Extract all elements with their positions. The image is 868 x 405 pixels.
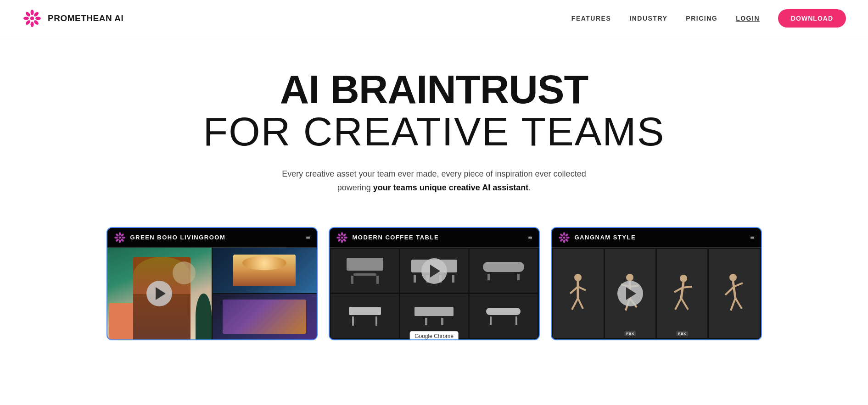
- card-boho-livingroom: GREEN BOHO LIVINGROOM ≡: [106, 227, 318, 340]
- card-2-body: Google Chrome: [330, 248, 539, 339]
- card-coffee-table: MODERN COFFEE TABLE ≡: [329, 227, 540, 340]
- figure-4: [722, 273, 747, 314]
- svg-point-33: [565, 233, 568, 237]
- svg-line-55: [733, 281, 735, 298]
- card-1-body: [107, 248, 317, 339]
- svg-line-51: [683, 287, 692, 288]
- card-1-main-image: [107, 248, 212, 339]
- svg-point-2: [23, 17, 29, 20]
- card-1-header: GREEN BOHO LIVINGROOM ≡: [107, 228, 317, 248]
- table-4: [349, 307, 381, 326]
- card-1-menu-icon[interactable]: ≡: [306, 233, 310, 242]
- svg-point-34: [560, 238, 563, 242]
- chrome-tooltip: Google Chrome: [409, 331, 459, 340]
- svg-point-10: [118, 239, 120, 243]
- nav-login[interactable]: LOGIN: [736, 15, 760, 22]
- grid-item-3: [470, 249, 538, 293]
- svg-point-15: [120, 233, 124, 237]
- svg-point-3: [35, 17, 41, 20]
- frame-2: FBX: [605, 249, 655, 338]
- hero-subtitle: Every creative asset your team ever made…: [18, 167, 850, 195]
- svg-line-57: [734, 283, 743, 287]
- card-3-play-button[interactable]: [617, 281, 643, 306]
- table-3: [483, 262, 524, 280]
- svg-point-36: [574, 274, 582, 281]
- card-1-top-right: [213, 248, 317, 293]
- fbx-badge-1: FBX: [624, 331, 636, 336]
- nav-features[interactable]: FEATURES: [571, 15, 611, 22]
- svg-point-12: [122, 237, 125, 239]
- svg-point-0: [31, 10, 34, 15]
- logo-link[interactable]: PROMETHEAN AI: [22, 8, 123, 28]
- hero-subtitle-end: .: [528, 183, 531, 192]
- frame-3: FBX: [657, 249, 707, 338]
- nav-industry[interactable]: INDUSTRY: [629, 15, 667, 22]
- svg-line-59: [735, 298, 742, 309]
- svg-point-27: [563, 232, 565, 236]
- svg-point-21: [344, 237, 347, 239]
- svg-point-14: [120, 238, 124, 242]
- table-1: [347, 258, 383, 284]
- svg-point-17: [118, 236, 121, 239]
- card-1-logo-icon: [114, 232, 126, 244]
- nav-pricing[interactable]: PRICING: [686, 15, 717, 22]
- card-3-header-left: GANGNAM STYLE: [558, 232, 636, 244]
- hero-subtitle-prefix: powering: [337, 183, 373, 192]
- svg-point-32: [565, 238, 568, 242]
- svg-point-18: [341, 232, 342, 236]
- cards-section: GREEN BOHO LIVINGROOM ≡: [0, 209, 868, 340]
- svg-line-41: [578, 298, 583, 309]
- card-2-header: MODERN COFFEE TABLE ≡: [330, 228, 539, 248]
- svg-point-5: [33, 19, 39, 25]
- svg-point-7: [25, 19, 31, 25]
- table-6: [486, 308, 521, 325]
- grid-item-1: [331, 249, 399, 293]
- card-3-body: FBX FBX: [552, 248, 761, 339]
- svg-point-23: [342, 238, 346, 242]
- svg-point-28: [563, 239, 565, 243]
- svg-point-24: [342, 233, 346, 237]
- svg-point-16: [115, 238, 119, 242]
- card-1-play-button[interactable]: [146, 281, 172, 306]
- navbar: PROMETHEAN AI FEATURES INDUSTRY PRICING …: [0, 0, 868, 37]
- card-1-title: GREEN BOHO LIVINGROOM: [130, 234, 226, 241]
- card-3-menu-icon[interactable]: ≡: [750, 233, 754, 242]
- card-1-header-left: GREEN BOHO LIVINGROOM: [114, 232, 226, 244]
- svg-point-13: [115, 233, 119, 237]
- card-gangnam-style: GANGNAM STYLE ≡: [551, 227, 762, 340]
- figure-1: [566, 273, 591, 314]
- svg-point-22: [337, 233, 341, 237]
- svg-line-49: [681, 282, 683, 298]
- card-2-play-button[interactable]: [421, 258, 447, 284]
- card-3-title: GANGNAM STYLE: [575, 234, 636, 241]
- card-3-header: GANGNAM STYLE ≡: [552, 228, 761, 248]
- nav-links: FEATURES INDUSTRY PRICING LOGIN DOWNLOAD: [571, 9, 846, 28]
- svg-point-29: [559, 237, 562, 239]
- boho-plant: [196, 294, 211, 339]
- svg-point-6: [33, 11, 39, 17]
- card-2-menu-icon[interactable]: ≡: [528, 233, 532, 242]
- table-5: [414, 307, 454, 325]
- svg-point-25: [337, 238, 341, 242]
- frame-1: [553, 249, 604, 338]
- logo-text: PROMETHEAN AI: [48, 13, 123, 23]
- svg-point-8: [30, 17, 34, 20]
- svg-point-48: [680, 275, 687, 282]
- frame-4: [709, 249, 759, 338]
- svg-point-42: [626, 274, 633, 281]
- svg-line-56: [725, 287, 734, 295]
- hero-title-bold: AI BRAINTRUST: [18, 69, 850, 110]
- download-button[interactable]: DOWNLOAD: [778, 9, 846, 28]
- svg-point-4: [25, 11, 31, 17]
- promethean-logo-icon: [22, 8, 42, 28]
- svg-point-54: [729, 274, 737, 281]
- svg-line-40: [572, 298, 578, 310]
- hero-subtitle-bold: your teams unique creative AI assistant: [373, 183, 528, 192]
- grid-item-6: [470, 294, 538, 338]
- card-2-title: MODERN COFFEE TABLE: [353, 234, 439, 241]
- svg-line-38: [570, 287, 578, 294]
- svg-line-39: [578, 287, 586, 290]
- svg-point-26: [341, 236, 343, 239]
- figure-3: [670, 273, 695, 314]
- svg-point-31: [560, 233, 563, 237]
